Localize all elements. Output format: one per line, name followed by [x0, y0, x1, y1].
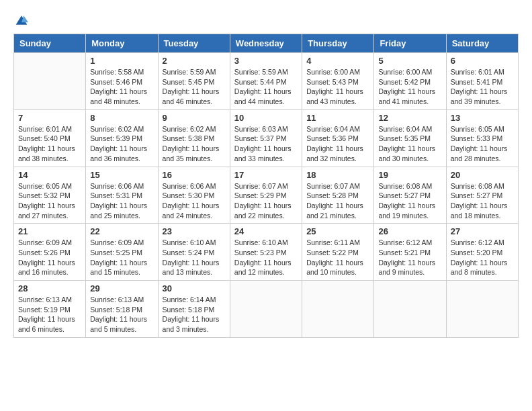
calendar-cell: 9Sunrise: 6:02 AM Sunset: 5:38 PM Daylig… — [158, 109, 230, 167]
day-number: 27 — [451, 226, 514, 236]
calendar-week-row: 7Sunrise: 6:01 AM Sunset: 5:40 PM Daylig… — [14, 109, 519, 167]
day-info: Sunrise: 6:10 AM Sunset: 5:24 PM Dayligh… — [163, 238, 226, 277]
day-number: 28 — [18, 283, 81, 293]
calendar-cell: 27Sunrise: 6:12 AM Sunset: 5:20 PM Dayli… — [446, 224, 518, 281]
calendar-cell: 19Sunrise: 6:08 AM Sunset: 5:27 PM Dayli… — [374, 167, 446, 224]
day-number: 11 — [306, 113, 369, 123]
day-info: Sunrise: 6:07 AM Sunset: 5:29 PM Dayligh… — [234, 181, 298, 221]
day-info: Sunrise: 6:02 AM Sunset: 5:38 PM Dayligh… — [163, 124, 226, 164]
page-header — [13, 13, 519, 27]
day-number: 8 — [90, 113, 153, 123]
day-info: Sunrise: 6:14 AM Sunset: 5:18 PM Dayligh… — [163, 295, 226, 334]
calendar-cell: 1Sunrise: 5:58 AM Sunset: 5:46 PM Daylig… — [86, 53, 158, 110]
day-number: 5 — [378, 56, 441, 66]
calendar-cell: 8Sunrise: 6:02 AM Sunset: 5:39 PM Daylig… — [86, 109, 158, 167]
day-info: Sunrise: 6:13 AM Sunset: 5:19 PM Dayligh… — [18, 295, 81, 334]
calendar-cell: 29Sunrise: 6:13 AM Sunset: 5:18 PM Dayli… — [86, 281, 158, 338]
day-info: Sunrise: 6:09 AM Sunset: 5:26 PM Dayligh… — [18, 238, 81, 277]
day-number: 18 — [306, 170, 369, 180]
day-info: Sunrise: 6:04 AM Sunset: 5:35 PM Dayligh… — [378, 124, 441, 164]
calendar-cell: 30Sunrise: 6:14 AM Sunset: 5:18 PM Dayli… — [158, 281, 230, 338]
calendar-cell — [230, 281, 302, 338]
calendar-header-thursday: Thursday — [302, 34, 374, 53]
calendar-cell — [14, 53, 86, 110]
calendar-header-sunday: Sunday — [14, 34, 86, 53]
calendar-cell: 17Sunrise: 6:07 AM Sunset: 5:29 PM Dayli… — [230, 167, 302, 224]
day-info: Sunrise: 6:00 AM Sunset: 5:42 PM Dayligh… — [378, 67, 441, 107]
day-number: 25 — [306, 226, 369, 236]
day-info: Sunrise: 6:10 AM Sunset: 5:23 PM Dayligh… — [234, 238, 298, 277]
calendar-body: 1Sunrise: 5:58 AM Sunset: 5:46 PM Daylig… — [14, 53, 519, 338]
calendar-cell: 15Sunrise: 6:06 AM Sunset: 5:31 PM Dayli… — [86, 167, 158, 224]
day-info: Sunrise: 6:13 AM Sunset: 5:18 PM Dayligh… — [90, 295, 153, 334]
calendar-header-friday: Friday — [374, 34, 446, 53]
day-number: 16 — [163, 170, 226, 180]
day-number: 4 — [306, 56, 369, 66]
day-number: 15 — [90, 170, 153, 180]
day-number: 9 — [163, 113, 226, 123]
day-number: 17 — [234, 170, 298, 180]
calendar-week-row: 14Sunrise: 6:05 AM Sunset: 5:32 PM Dayli… — [14, 167, 519, 224]
day-number: 1 — [90, 56, 153, 66]
calendar-cell: 28Sunrise: 6:13 AM Sunset: 5:19 PM Dayli… — [14, 281, 86, 338]
calendar-cell: 13Sunrise: 6:05 AM Sunset: 5:33 PM Dayli… — [446, 109, 518, 167]
day-info: Sunrise: 6:08 AM Sunset: 5:27 PM Dayligh… — [451, 181, 514, 221]
day-info: Sunrise: 6:03 AM Sunset: 5:37 PM Dayligh… — [234, 124, 298, 164]
calendar-cell: 5Sunrise: 6:00 AM Sunset: 5:42 PM Daylig… — [374, 53, 446, 110]
day-info: Sunrise: 6:06 AM Sunset: 5:30 PM Dayligh… — [163, 181, 226, 221]
day-info: Sunrise: 6:06 AM Sunset: 5:31 PM Dayligh… — [90, 181, 153, 221]
day-info: Sunrise: 6:05 AM Sunset: 5:33 PM Dayligh… — [451, 124, 514, 164]
day-info: Sunrise: 6:12 AM Sunset: 5:21 PM Dayligh… — [378, 238, 441, 277]
day-info: Sunrise: 6:02 AM Sunset: 5:39 PM Dayligh… — [90, 124, 153, 164]
day-number: 22 — [90, 226, 153, 236]
calendar-header-tuesday: Tuesday — [158, 34, 230, 53]
calendar-cell: 11Sunrise: 6:04 AM Sunset: 5:36 PM Dayli… — [302, 109, 374, 167]
day-number: 3 — [234, 56, 298, 66]
calendar-cell: 4Sunrise: 6:00 AM Sunset: 5:43 PM Daylig… — [302, 53, 374, 110]
day-number: 7 — [18, 113, 81, 123]
day-info: Sunrise: 6:12 AM Sunset: 5:20 PM Dayligh… — [451, 238, 514, 277]
day-number: 10 — [234, 113, 298, 123]
day-info: Sunrise: 6:04 AM Sunset: 5:36 PM Dayligh… — [306, 124, 369, 164]
calendar-cell: 10Sunrise: 6:03 AM Sunset: 5:37 PM Dayli… — [230, 109, 302, 167]
day-info: Sunrise: 6:05 AM Sunset: 5:32 PM Dayligh… — [18, 181, 81, 221]
calendar-cell — [446, 281, 518, 338]
day-info: Sunrise: 5:59 AM Sunset: 5:44 PM Dayligh… — [234, 67, 298, 107]
calendar-cell: 16Sunrise: 6:06 AM Sunset: 5:30 PM Dayli… — [158, 167, 230, 224]
calendar-header-monday: Monday — [86, 34, 158, 53]
day-info: Sunrise: 6:09 AM Sunset: 5:25 PM Dayligh… — [90, 238, 153, 277]
logo — [13, 13, 28, 27]
day-info: Sunrise: 6:00 AM Sunset: 5:43 PM Dayligh… — [306, 67, 369, 107]
calendar-header-row: SundayMondayTuesdayWednesdayThursdayFrid… — [14, 34, 519, 53]
day-number: 2 — [163, 56, 226, 66]
calendar-cell: 26Sunrise: 6:12 AM Sunset: 5:21 PM Dayli… — [374, 224, 446, 281]
calendar-cell: 25Sunrise: 6:11 AM Sunset: 5:22 PM Dayli… — [302, 224, 374, 281]
calendar-cell: 12Sunrise: 6:04 AM Sunset: 5:35 PM Dayli… — [374, 109, 446, 167]
calendar-table: SundayMondayTuesdayWednesdayThursdayFrid… — [13, 34, 519, 338]
calendar-week-row: 28Sunrise: 6:13 AM Sunset: 5:19 PM Dayli… — [14, 281, 519, 338]
day-number: 30 — [163, 283, 226, 293]
day-number: 12 — [378, 113, 441, 123]
calendar-header-saturday: Saturday — [446, 34, 518, 53]
calendar-cell — [374, 281, 446, 338]
calendar-cell — [302, 281, 374, 338]
calendar-cell: 24Sunrise: 6:10 AM Sunset: 5:23 PM Dayli… — [230, 224, 302, 281]
day-info: Sunrise: 6:01 AM Sunset: 5:41 PM Dayligh… — [451, 67, 514, 107]
day-number: 6 — [451, 56, 514, 66]
day-number: 13 — [451, 113, 514, 123]
day-number: 21 — [18, 226, 81, 236]
calendar-cell: 18Sunrise: 6:07 AM Sunset: 5:28 PM Dayli… — [302, 167, 374, 224]
day-info: Sunrise: 6:08 AM Sunset: 5:27 PM Dayligh… — [378, 181, 441, 221]
day-number: 26 — [378, 226, 441, 236]
calendar-cell: 22Sunrise: 6:09 AM Sunset: 5:25 PM Dayli… — [86, 224, 158, 281]
calendar-cell: 2Sunrise: 5:59 AM Sunset: 5:45 PM Daylig… — [158, 53, 230, 110]
day-number: 29 — [90, 283, 153, 293]
day-number: 19 — [378, 170, 441, 180]
day-info: Sunrise: 6:07 AM Sunset: 5:28 PM Dayligh… — [306, 181, 369, 221]
calendar-week-row: 21Sunrise: 6:09 AM Sunset: 5:26 PM Dayli… — [14, 224, 519, 281]
logo-icon — [15, 13, 28, 27]
day-info: Sunrise: 5:58 AM Sunset: 5:46 PM Dayligh… — [90, 67, 153, 107]
calendar-header-wednesday: Wednesday — [230, 34, 302, 53]
calendar-cell: 3Sunrise: 5:59 AM Sunset: 5:44 PM Daylig… — [230, 53, 302, 110]
day-number: 24 — [234, 226, 298, 236]
